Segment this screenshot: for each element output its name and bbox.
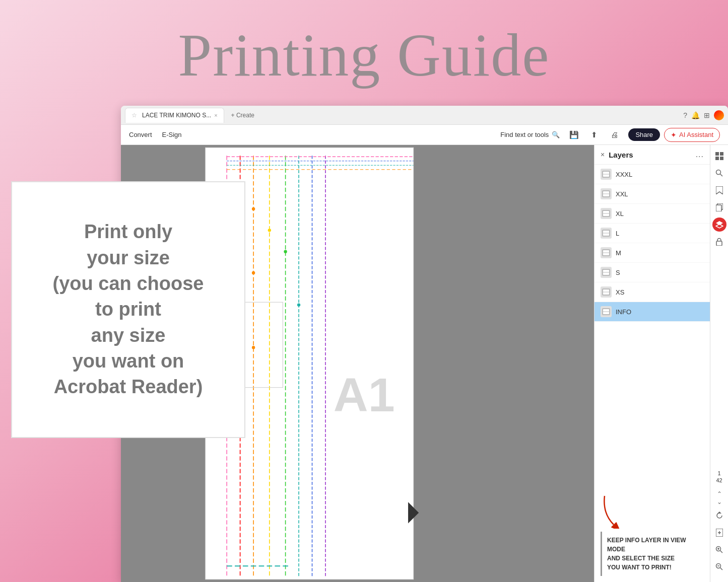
layer-xs-label: XS (616, 288, 624, 296)
menu-convert[interactable]: Convert (129, 131, 152, 138)
instruction-text: Print only your size (you can choose to … (53, 219, 204, 400)
svg-marker-54 (716, 186, 723, 194)
toolbar-upload-icon[interactable]: ⬆ (588, 129, 600, 141)
layer-item-xs[interactable]: XS (594, 282, 710, 302)
bottom-icons (712, 508, 726, 578)
layer-l-icon (601, 228, 612, 239)
layer-item-s[interactable]: S (594, 263, 710, 282)
svg-point-13 (284, 250, 287, 253)
layer-xl-label: XL (616, 210, 624, 217)
annotation-line2: AND SELECT THE SIZE (607, 554, 699, 563)
help-icon[interactable]: ? (683, 111, 687, 119)
zoom-in-icon[interactable] (712, 543, 726, 557)
layers-close-button[interactable]: × (601, 151, 605, 159)
toolbar: Convert E-Sign Find text or tools 🔍 💾 ⬆ … (121, 125, 728, 145)
zoom-out-icon[interactable] (712, 560, 726, 574)
svg-rect-48 (715, 152, 719, 156)
sidebar-thumbnails-icon[interactable] (712, 149, 726, 163)
svg-point-9 (252, 207, 255, 210)
next-page-button[interactable]: ⌄ (717, 498, 722, 505)
svg-rect-49 (720, 152, 723, 156)
layer-l-label: L (616, 230, 619, 237)
tab-title: LACE TRIM KIMONO S... (142, 112, 211, 119)
layer-xxxl-icon (601, 169, 612, 180)
share-button[interactable]: Share (628, 128, 660, 141)
svg-line-69 (720, 568, 722, 570)
tab-bar: ☆ LACE TRIM KIMONO S... × + Create ? 🔔 ⊞ (121, 106, 728, 125)
annotation-area: KEEP INFO LAYER IN VIEW MODE AND SELECT … (594, 528, 710, 582)
layer-xxl-label: XXL (616, 190, 628, 198)
layer-info-icon (601, 306, 612, 317)
layer-item-l[interactable]: L (594, 224, 710, 243)
svg-point-10 (252, 271, 255, 274)
layers-more-button[interactable]: ... (696, 150, 704, 159)
save-doc-icon[interactable] (712, 526, 726, 540)
svg-line-65 (720, 551, 722, 553)
instruction-box: Print only your size (you can choose to … (11, 181, 245, 438)
page-title: Printing Guide (178, 21, 550, 90)
new-tab-button[interactable]: + Create (226, 109, 259, 121)
tab-star-icon: ☆ (131, 112, 137, 119)
search-icon[interactable]: 🔍 (552, 131, 560, 138)
layer-xl-icon (601, 208, 612, 219)
annotation-text: KEEP INFO LAYER IN VIEW MODE AND SELECT … (601, 532, 704, 576)
layer-xxl-icon (601, 188, 612, 199)
layer-m-label: M (616, 249, 621, 257)
layer-item-info[interactable]: INFO (594, 302, 710, 322)
toolbar-menu: Convert E-Sign (129, 131, 182, 138)
svg-text:A1: A1 (334, 368, 395, 421)
right-sidebar: 1 42 ⌃ ⌄ (710, 145, 728, 582)
ai-label: AI Assistant (679, 131, 713, 138)
layer-item-xxl[interactable]: XXL (594, 184, 710, 204)
page-counter: 1 42 (716, 470, 722, 483)
annotation-line3: YOU WANT TO PRINT! (607, 563, 699, 572)
svg-point-52 (716, 170, 720, 175)
sidebar-lock-icon[interactable] (712, 235, 726, 249)
layer-xxxl-label: XXXL (616, 171, 632, 178)
prev-page-button[interactable]: ⌃ (717, 490, 722, 497)
sidebar-bookmark-icon[interactable] (712, 183, 726, 197)
layer-s-icon (601, 267, 612, 278)
total-pages: 42 (716, 477, 722, 483)
annotation-line1: KEEP INFO LAYER IN VIEW MODE (607, 536, 699, 554)
layer-m-icon (601, 247, 612, 258)
svg-rect-59 (716, 241, 722, 246)
layer-info-label: INFO (616, 308, 631, 316)
red-arrow-svg (599, 493, 629, 529)
toolbar-actions: Share ✦ AI Assistant (628, 128, 720, 142)
new-tab-label: + Create (231, 112, 254, 119)
active-tab[interactable]: ☆ LACE TRIM KIMONO S... × (125, 108, 224, 123)
title-area: Printing Guide (0, 0, 728, 111)
search-label: Find text or tools (500, 131, 549, 138)
sidebar-search-icon[interactable] (712, 166, 726, 180)
ai-assistant-button[interactable]: ✦ AI Assistant (664, 128, 720, 142)
menu-esign[interactable]: E-Sign (162, 131, 182, 138)
svg-rect-51 (720, 157, 723, 160)
rotate-icon[interactable] (712, 508, 726, 523)
ai-icon: ✦ (671, 131, 677, 139)
layers-panel: × Layers ... XXXL XXL (594, 145, 710, 582)
toolbar-save-icon[interactable]: 💾 (568, 129, 580, 141)
toolbar-search[interactable]: Find text or tools 🔍 (500, 131, 560, 138)
layer-s-label: S (616, 269, 620, 276)
tab-close-button[interactable]: × (214, 112, 217, 118)
sidebar-copy-icon[interactable] (712, 200, 726, 214)
layer-item-xxxl[interactable]: XXXL (594, 165, 710, 184)
layer-item-m[interactable]: M (594, 243, 710, 263)
svg-rect-56 (716, 205, 721, 211)
svg-line-53 (720, 174, 722, 177)
grid-icon[interactable]: ⊞ (704, 111, 710, 119)
sidebar-layers-icon[interactable] (712, 217, 726, 232)
layer-item-xl[interactable]: XL (594, 204, 710, 224)
toolbar-print-icon[interactable]: 🖨 (608, 129, 620, 141)
current-page: 1 (717, 470, 720, 476)
layers-header: × Layers ... (594, 145, 710, 165)
svg-point-11 (252, 346, 255, 349)
svg-rect-50 (715, 157, 719, 160)
tab-icons: ? 🔔 ⊞ (683, 110, 724, 120)
svg-point-14 (297, 303, 300, 306)
svg-point-12 (268, 229, 271, 232)
layers-list: XXXL XXL XL (594, 165, 710, 528)
profile-icon[interactable] (714, 110, 724, 120)
notification-icon[interactable]: 🔔 (691, 111, 700, 119)
